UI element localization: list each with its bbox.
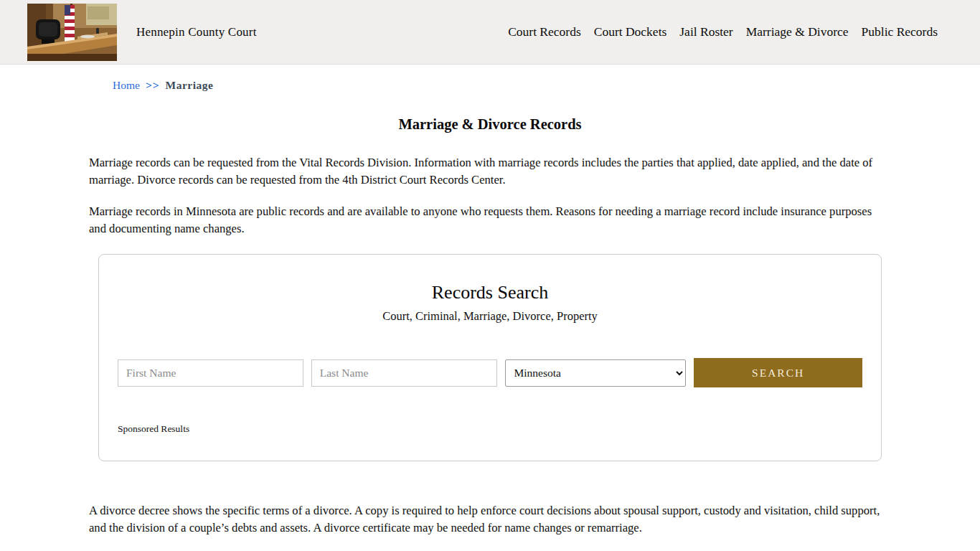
search-button[interactable]: SEARCH — [694, 358, 862, 387]
public-records-paragraph: Marriage records in Minnesota are public… — [89, 203, 891, 237]
intro-paragraph: Marriage records can be requested from t… — [89, 154, 891, 189]
header: Hennepin County Court Court Records Cour… — [0, 0, 980, 65]
courtroom-logo-image — [27, 4, 117, 61]
breadcrumb-separator: >> — [146, 79, 160, 91]
site-title: Hennepin County Court — [136, 25, 257, 39]
nav-jail-roster[interactable]: Jail Roster — [673, 20, 739, 44]
records-search-panel: Records Search Court, Criminal, Marriage… — [98, 254, 882, 461]
search-panel-title: Records Search — [118, 282, 862, 303]
breadcrumb-home-link[interactable]: Home — [113, 79, 140, 91]
first-name-input[interactable] — [118, 359, 303, 387]
nav-court-dockets[interactable]: Court Dockets — [588, 20, 674, 44]
sponsored-results-label: Sponsored Results — [118, 423, 862, 435]
search-panel-subtitle: Court, Criminal, Marriage, Divorce, Prop… — [118, 309, 862, 324]
page-title: Marriage & Divorce Records — [89, 116, 891, 133]
nav-public-records[interactable]: Public Records — [855, 20, 944, 44]
nav-marriage-divorce[interactable]: Marriage & Divorce — [740, 20, 855, 44]
main-nav: Court Records Court Dockets Jail Roster … — [501, 20, 944, 44]
divorce-decree-paragraph: A divorce decree shows the specific term… — [89, 502, 891, 537]
last-name-input[interactable] — [311, 359, 497, 387]
site-logo[interactable] — [27, 4, 117, 61]
main-content: Home>>Marriage Marriage & Divorce Record… — [0, 79, 980, 537]
nav-court-records[interactable]: Court Records — [501, 20, 588, 44]
breadcrumb-current: Marriage — [166, 79, 214, 91]
us-flag — [65, 5, 75, 42]
search-form-row: Minnesota SEARCH — [118, 358, 862, 387]
breadcrumb: Home>>Marriage — [113, 79, 891, 92]
state-select[interactable]: Minnesota — [505, 359, 687, 387]
